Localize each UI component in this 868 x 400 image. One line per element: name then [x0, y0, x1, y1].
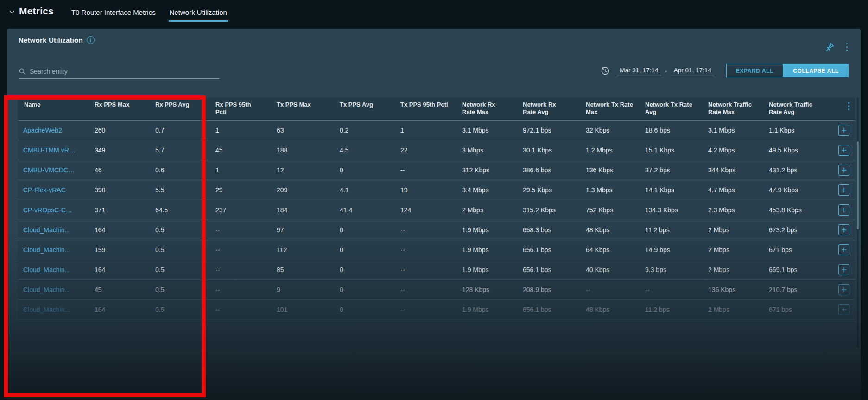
table-row: CMBU-TMM vR…3495.7451884.5223 Mbps30.1 K…	[18, 140, 855, 160]
search-input[interactable]	[30, 68, 220, 75]
collapse-all-button[interactable]: COLLAPSE ALL	[783, 64, 849, 77]
column-header-tx-pps-avg[interactable]: Tx PPS Avg	[333, 97, 394, 108]
cell: 85	[270, 266, 333, 273]
cell: 2 Mbps	[702, 266, 762, 273]
plus-cell	[838, 184, 855, 196]
cell: 658.3 bps	[516, 226, 579, 234]
plus-icon	[841, 147, 847, 153]
table-row: Cloud_Machin…450.5--90--128 Kbps208.9 bp…	[18, 280, 855, 300]
pin-icon[interactable]	[824, 42, 835, 52]
column-header-network-tx-rate[interactable]: Network Tx RateMax	[579, 97, 639, 116]
entity-link[interactable]: Cloud_Machin…	[23, 266, 71, 273]
add-to-chart-button[interactable]	[838, 244, 849, 255]
cell: 208.9 bps	[516, 286, 579, 293]
cell: --	[209, 246, 270, 254]
name-cell: ApacheWeb2	[18, 127, 88, 134]
cell: 0.5	[149, 306, 209, 313]
add-to-chart-button[interactable]	[838, 165, 849, 176]
cell: 0.6	[149, 166, 209, 174]
column-header-network-rx[interactable]: Network RxRate Max	[456, 97, 516, 116]
plus-cell	[838, 284, 855, 295]
column-header-rx-pps-avg[interactable]: Rx PPS Avg	[149, 97, 209, 108]
cell: 48 Kbps	[579, 306, 639, 313]
cell: 0	[333, 306, 394, 313]
column-label-line2: Pctl	[215, 108, 268, 116]
network-utilization-table: NameRx PPS MaxRx PPS AvgRx PPS 95thPctlT…	[18, 97, 855, 320]
cell: 47.9 Kbps	[762, 186, 825, 194]
cell: 37.2 bps	[639, 166, 702, 174]
cell: 9.3 bps	[639, 266, 702, 273]
column-header-network-traffic[interactable]: Network TrafficRate Max	[702, 97, 762, 116]
cell: --	[639, 286, 702, 293]
column-header-network-rx[interactable]: Network RxRate Avg	[516, 97, 579, 116]
entity-link[interactable]: CP-vROpsC-C…	[23, 206, 72, 214]
name-cell: Cloud_Machin…	[18, 246, 88, 254]
entity-link[interactable]: CMBU-VMCDC…	[23, 166, 75, 174]
panel-menu-kebab-icon[interactable]	[845, 42, 849, 52]
add-to-chart-button[interactable]	[838, 304, 849, 315]
cell: 2 Mbps	[702, 226, 762, 234]
tab-network-utilization[interactable]: Network Utilization	[169, 7, 228, 22]
column-header-name[interactable]: Name	[18, 97, 88, 108]
table-row: CP-Flex-vRAC3985.5292094.1193.4 Mbps29.5…	[18, 180, 855, 200]
cell: 237	[209, 206, 270, 214]
search-field[interactable]	[19, 68, 220, 79]
table-body: ApacheWeb22600.71630.213.1 Mbps972.1 bps…	[18, 121, 855, 320]
column-header-rx-pps-95th[interactable]: Rx PPS 95thPctl	[209, 97, 270, 116]
column-header-network-tx-rate[interactable]: Network Tx RateAvg	[639, 97, 702, 116]
cell: 30.1 Kbps	[516, 146, 579, 154]
cell: 0.2	[333, 127, 394, 134]
add-to-chart-button[interactable]	[838, 224, 849, 235]
cell: 0.5	[149, 266, 209, 273]
add-to-chart-button[interactable]	[838, 125, 849, 136]
cell: 260	[88, 127, 149, 134]
add-to-chart-button[interactable]	[838, 184, 849, 196]
expand-all-button[interactable]: EXPAND ALL	[726, 64, 783, 77]
cell: 164	[88, 306, 149, 313]
entity-link[interactable]: CP-Flex-vRAC	[23, 186, 66, 194]
cell: --	[394, 166, 456, 174]
history-clock-icon[interactable]	[600, 66, 610, 76]
column-header-rx-pps-max[interactable]: Rx PPS Max	[88, 97, 149, 108]
cell: 101	[270, 306, 333, 313]
metrics-section-toggle[interactable]: Metrics	[8, 6, 54, 17]
add-to-chart-button[interactable]	[838, 284, 849, 295]
column-label-line2: Avg	[645, 108, 700, 116]
cell: 29	[209, 186, 270, 194]
entity-link[interactable]: Cloud_Machin…	[23, 226, 71, 234]
column-label-line2: Rate Max	[462, 108, 514, 116]
scrollbar-thumb[interactable]	[857, 141, 859, 229]
column-header-tx-pps-max[interactable]: Tx PPS Max	[270, 97, 333, 108]
range-end-field[interactable]: Apr 01, 17:14	[671, 66, 714, 76]
vertical-scrollbar[interactable]	[857, 97, 859, 348]
column-header-tx-pps-95th-pctl[interactable]: Tx PPS 95th Pctl	[394, 97, 456, 108]
entity-link[interactable]: Cloud_Machin…	[23, 286, 71, 293]
add-to-chart-button[interactable]	[838, 264, 849, 275]
column-label-line2: Max	[586, 108, 637, 116]
info-icon[interactable]: i	[87, 36, 95, 44]
cell: 11.2 bps	[639, 306, 702, 313]
tab-t0-router-interface-metrics[interactable]: T0 Router Interface Metrics	[70, 7, 157, 22]
name-cell: Cloud_Machin…	[18, 286, 88, 293]
cell: 1	[209, 127, 270, 134]
range-start-field[interactable]: Mar 31, 17:14	[617, 66, 661, 76]
columns-menu-kebab-icon[interactable]	[848, 97, 855, 110]
cell: 18.6 bps	[639, 127, 702, 134]
plus-icon	[841, 247, 847, 253]
add-to-chart-button[interactable]	[838, 145, 849, 156]
cell: 0	[333, 166, 394, 174]
cell: 371	[88, 206, 149, 214]
entity-link[interactable]: Cloud_Machin…	[23, 246, 71, 254]
cell: 3 Mbps	[456, 146, 516, 154]
cell: 656.1 bps	[516, 246, 579, 254]
table-row: Cloud_Machin…1640.5--970--1.9 Mbps658.3 …	[18, 220, 855, 240]
add-to-chart-button[interactable]	[838, 204, 849, 216]
cell: 164	[88, 226, 149, 234]
cell: --	[394, 306, 456, 313]
entity-link[interactable]: ApacheWeb2	[23, 127, 62, 134]
plus-icon	[841, 286, 847, 293]
entity-link[interactable]: Cloud_Machin…	[23, 306, 71, 313]
cell: 398	[88, 186, 149, 194]
entity-link[interactable]: CMBU-TMM vR…	[23, 146, 76, 154]
column-header-network-traffic[interactable]: Network TrafficRate Avg	[762, 97, 825, 116]
